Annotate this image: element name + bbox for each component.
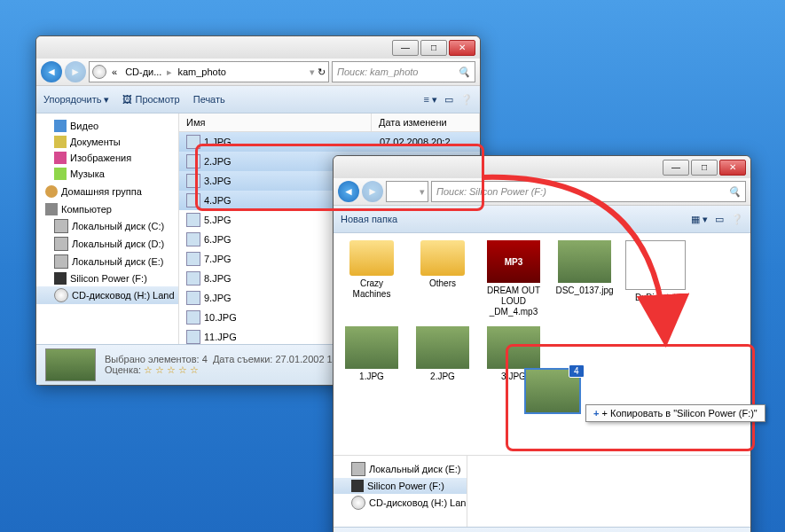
maximize-button[interactable]: □ (420, 40, 447, 56)
image-file-icon (186, 174, 200, 188)
image-file-icon (186, 232, 200, 246)
usb-icon (54, 272, 67, 285)
drive-icon (92, 65, 106, 79)
sidebar-drive[interactable]: Silicon Power (F:) (36, 270, 178, 286)
sidebar-drive[interactable]: CD-дисковод (H:) Land (334, 494, 467, 512)
search-input[interactable]: Поиск: kam_photo 🔍 (332, 61, 475, 82)
nav-forward-button[interactable]: ► (362, 181, 383, 202)
search-placeholder: Поиск: kam_photo (337, 66, 418, 77)
file-row[interactable]: 1.JPG07.02.2008 20:2 (179, 132, 480, 152)
nav-back-button[interactable]: ◄ (41, 61, 62, 82)
sidebar-item[interactable]: Видео (36, 118, 178, 134)
sidebar-drive[interactable]: Silicon Power (F:) (334, 478, 467, 494)
file-item[interactable]: 2.JPG (412, 326, 474, 382)
image-file-icon (186, 252, 200, 266)
refresh-icon[interactable]: ↻ (318, 66, 326, 78)
image-file-icon (186, 193, 200, 207)
explorer-window-target: — □ ✕ ◄ ► ▾ Поиск: Silicon Power (F:) 🔍 … (333, 155, 751, 532)
search-icon[interactable]: 🔍 (458, 66, 470, 78)
sidebar-drive[interactable]: CD-дисковод (H:) Land (36, 286, 178, 304)
video-icon (54, 120, 67, 132)
minimize-button[interactable]: — (392, 40, 419, 56)
column-date[interactable]: Дата изменени (372, 113, 480, 131)
sidebar-item[interactable]: Изображения (36, 150, 178, 166)
status-bar: Элементов: 8 (334, 527, 750, 532)
chevron-down-icon[interactable]: ▾ (310, 66, 315, 78)
sidebar-item[interactable]: Музыка (36, 166, 178, 182)
new-folder-button[interactable]: Новая папка (341, 214, 397, 224)
address-bar[interactable]: ▾ (386, 181, 428, 202)
copy-tooltip: + + Копировать в "Silicon Power (F:)" (585, 404, 765, 422)
sidebar-group-computer[interactable]: Компьютер (36, 200, 178, 217)
search-icon[interactable]: 🔍 (728, 186, 741, 198)
breadcrumb-seg[interactable]: « (109, 66, 120, 77)
toolbar: Упорядочить ▾ 🖼 Просмотр Печать ≡ ▾ ▭ ❔ (36, 86, 480, 113)
file-item[interactable]: MP3DREAM OUT LOUD _DM_4.mp3 (483, 240, 545, 317)
cd-icon (54, 288, 68, 302)
image-file-icon (186, 154, 200, 168)
folder-icon (420, 240, 465, 276)
chevron-down-icon[interactable]: ▾ (420, 186, 425, 198)
file-item[interactable]: DxDiag.txt (624, 240, 687, 317)
sidebar-item[interactable]: Документы (36, 134, 178, 150)
image-file-icon (186, 310, 200, 325)
breadcrumb-seg[interactable]: kam_photo (175, 66, 228, 77)
jpg-icon (558, 240, 611, 283)
usb-icon (351, 480, 364, 492)
sidebar: ВидеоДокументыИзображенияМузыкаДомашняя … (36, 113, 179, 344)
image-file-icon (186, 271, 200, 286)
breadcrumb-seg[interactable]: CD-ди... (122, 66, 164, 77)
file-item[interactable]: 1.JPG (341, 326, 403, 382)
folder-icon (349, 240, 394, 276)
search-placeholder: Поиск: Silicon Power (F:) (436, 186, 546, 197)
cd-icon (351, 496, 365, 510)
view-menu[interactable]: ≡ ▾ (424, 94, 437, 106)
titlebar[interactable]: — □ ✕ (36, 36, 480, 59)
jpg-icon (345, 326, 398, 369)
nav-forward-button[interactable]: ► (65, 61, 86, 82)
thumbnail-preview (45, 348, 96, 381)
navbar: ◄ ► ▾ Поиск: Silicon Power (F:) 🔍 (334, 178, 750, 206)
image-file-icon (186, 213, 200, 227)
column-name[interactable]: Имя (179, 113, 372, 131)
plus-icon: + (593, 408, 599, 419)
selection-count: Выбрано элементов: 4 (105, 354, 208, 364)
music-icon (54, 168, 67, 180)
address-bar[interactable]: « CD-ди... ▸ kam_photo ▾ ↻ (89, 61, 329, 82)
sidebar-drive[interactable]: Локальный диск (C:) (36, 217, 178, 235)
computer-icon (45, 203, 58, 215)
preview-pane-button[interactable]: ▭ (444, 94, 453, 106)
print-button[interactable]: Печать (193, 94, 225, 105)
file-item[interactable]: DSC_0137.jpg (553, 240, 616, 317)
hdd-icon (351, 462, 365, 476)
sidebar: Локальный диск (E:)Silicon Power (F:)CD-… (334, 456, 467, 527)
minimize-button[interactable]: — (663, 160, 689, 176)
maximize-button[interactable]: □ (691, 160, 718, 176)
search-input[interactable]: Поиск: Silicon Power (F:) 🔍 (431, 181, 746, 202)
jpg-icon (487, 326, 540, 369)
preview-pane-button[interactable]: ▭ (715, 214, 724, 225)
image-file-icon (186, 330, 200, 344)
drag-preview: 4 (519, 368, 585, 417)
hdd-icon (54, 219, 68, 233)
homegroup-icon (45, 185, 58, 198)
nav-back-button[interactable]: ◄ (338, 181, 359, 202)
doc-icon (54, 136, 67, 148)
titlebar[interactable]: — □ ✕ (334, 156, 750, 178)
preview-button[interactable]: 🖼 Просмотр (122, 94, 179, 105)
mp3-icon: MP3 (487, 240, 540, 283)
file-item[interactable]: Crazy Machines (341, 240, 403, 317)
view-menu[interactable]: ▦ ▾ (691, 214, 708, 225)
help-button[interactable]: ❔ (731, 214, 743, 225)
sidebar-drive[interactable]: Локальный диск (E:) (36, 253, 178, 270)
close-button[interactable]: ✕ (449, 40, 475, 56)
file-item[interactable]: Others (412, 240, 474, 317)
sidebar-drive[interactable]: Локальный диск (D:) (36, 235, 178, 253)
help-button[interactable]: ❔ (460, 94, 473, 106)
sidebar-drive[interactable]: Локальный диск (E:) (334, 460, 467, 478)
sidebar-group-homegroup[interactable]: Домашняя группа (36, 182, 178, 200)
organize-menu[interactable]: Упорядочить ▾ (43, 94, 109, 106)
close-button[interactable]: ✕ (719, 160, 746, 176)
hdd-icon (54, 237, 68, 251)
toolbar: Новая папка ▦ ▾ ▭ ❔ (334, 206, 750, 233)
